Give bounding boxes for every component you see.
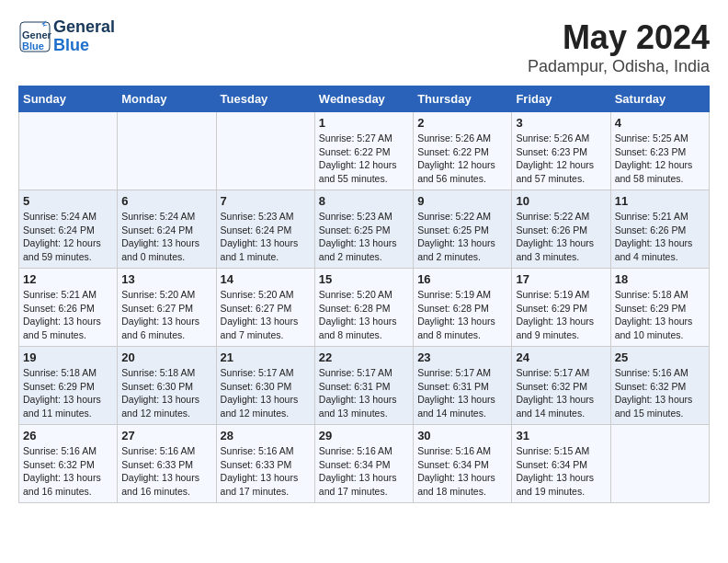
day-number: 26 [23,429,113,442]
day-number: 14 [221,272,311,286]
calendar-cell: 31Sunrise: 5:15 AM Sunset: 6:34 PM Dayli… [512,425,610,503]
cell-info: Sunrise: 5:19 AM Sunset: 6:29 PM Dayligh… [516,288,606,342]
logo-line2: Blue [53,37,115,55]
calendar-cell: 23Sunrise: 5:17 AM Sunset: 6:31 PM Dayli… [414,347,512,425]
day-number: 31 [516,429,606,442]
day-number: 27 [121,429,211,442]
cell-info: Sunrise: 5:16 AM Sunset: 6:33 PM Dayligh… [121,444,211,499]
calendar-cell [610,425,709,503]
day-number: 1 [319,116,409,130]
calendar-cell: 3Sunrise: 5:26 AM Sunset: 6:23 PM Daylig… [512,112,610,190]
cell-info: Sunrise: 5:16 AM Sunset: 6:33 PM Dayligh… [221,444,311,499]
header-friday: Friday [512,86,610,112]
day-number: 20 [121,350,211,364]
calendar-cell: 8Sunrise: 5:23 AM Sunset: 6:25 PM Daylig… [314,190,413,269]
day-number: 6 [121,194,211,208]
day-number: 19 [23,350,113,364]
cell-info: Sunrise: 5:24 AM Sunset: 6:24 PM Dayligh… [121,210,211,264]
week-row-2: 5Sunrise: 5:24 AM Sunset: 6:24 PM Daylig… [19,190,710,269]
logo: General Blue General Blue [18,18,115,55]
calendar-cell: 19Sunrise: 5:18 AM Sunset: 6:29 PM Dayli… [19,347,118,425]
day-number: 21 [221,350,311,364]
cell-info: Sunrise: 5:21 AM Sunset: 6:26 PM Dayligh… [23,288,113,342]
calendar-cell: 5Sunrise: 5:24 AM Sunset: 6:24 PM Daylig… [19,190,118,269]
day-number: 28 [221,429,311,442]
calendar-cell [216,112,314,190]
header-monday: Monday [118,86,216,112]
header-tuesday: Tuesday [216,86,314,112]
day-number: 3 [516,116,606,130]
calendar-cell: 4Sunrise: 5:25 AM Sunset: 6:23 PM Daylig… [610,112,709,190]
logo-line1: General [53,18,115,37]
header-thursday: Thursday [414,86,512,112]
day-number: 8 [319,194,409,208]
day-number: 23 [417,350,507,364]
day-number: 5 [23,194,113,208]
calendar-header-row: SundayMondayTuesdayWednesdayThursdayFrid… [19,86,710,112]
day-number: 17 [516,272,606,286]
cell-info: Sunrise: 5:18 AM Sunset: 6:29 PM Dayligh… [615,288,705,342]
title-block: May 2024 Padampur, Odisha, India [528,18,710,76]
cell-info: Sunrise: 5:24 AM Sunset: 6:24 PM Dayligh… [23,210,113,264]
day-number: 11 [615,194,705,208]
svg-text:General: General [22,29,51,40]
calendar-cell: 11Sunrise: 5:21 AM Sunset: 6:26 PM Dayli… [610,190,709,269]
day-number: 7 [221,194,311,208]
calendar-cell: 17Sunrise: 5:19 AM Sunset: 6:29 PM Dayli… [512,269,610,347]
calendar-cell: 9Sunrise: 5:22 AM Sunset: 6:25 PM Daylig… [414,190,512,269]
calendar-cell: 25Sunrise: 5:16 AM Sunset: 6:32 PM Dayli… [610,347,709,425]
week-row-1: 1Sunrise: 5:27 AM Sunset: 6:22 PM Daylig… [19,112,710,190]
day-number: 25 [615,350,705,364]
calendar-cell: 16Sunrise: 5:19 AM Sunset: 6:28 PM Dayli… [414,269,512,347]
week-row-3: 12Sunrise: 5:21 AM Sunset: 6:26 PM Dayli… [19,269,710,347]
cell-info: Sunrise: 5:22 AM Sunset: 6:26 PM Dayligh… [516,210,606,264]
cell-info: Sunrise: 5:17 AM Sunset: 6:32 PM Dayligh… [516,366,606,420]
calendar-cell: 10Sunrise: 5:22 AM Sunset: 6:26 PM Dayli… [512,190,610,269]
cell-info: Sunrise: 5:23 AM Sunset: 6:25 PM Dayligh… [319,210,409,264]
cell-info: Sunrise: 5:21 AM Sunset: 6:26 PM Dayligh… [615,210,705,264]
day-number: 2 [417,116,507,130]
day-number: 16 [417,272,507,286]
cell-info: Sunrise: 5:25 AM Sunset: 6:23 PM Dayligh… [615,132,705,186]
cell-info: Sunrise: 5:23 AM Sunset: 6:24 PM Dayligh… [221,210,311,264]
day-number: 18 [615,272,705,286]
logo-icon: General Blue [18,20,51,53]
page-header: General Blue General Blue May 2024 Padam… [18,18,710,76]
calendar-cell: 12Sunrise: 5:21 AM Sunset: 6:26 PM Dayli… [19,269,118,347]
calendar-cell: 13Sunrise: 5:20 AM Sunset: 6:27 PM Dayli… [118,269,216,347]
calendar-cell: 6Sunrise: 5:24 AM Sunset: 6:24 PM Daylig… [118,190,216,269]
day-number: 10 [516,194,606,208]
day-number: 12 [23,272,113,286]
calendar-subtitle: Padampur, Odisha, India [528,57,710,76]
calendar-cell: 15Sunrise: 5:20 AM Sunset: 6:28 PM Dayli… [314,269,413,347]
calendar-cell: 14Sunrise: 5:20 AM Sunset: 6:27 PM Dayli… [216,269,314,347]
cell-info: Sunrise: 5:20 AM Sunset: 6:27 PM Dayligh… [121,288,211,342]
week-row-4: 19Sunrise: 5:18 AM Sunset: 6:29 PM Dayli… [19,347,710,425]
calendar-cell: 18Sunrise: 5:18 AM Sunset: 6:29 PM Dayli… [610,269,709,347]
calendar-cell: 26Sunrise: 5:16 AM Sunset: 6:32 PM Dayli… [19,425,118,503]
header-wednesday: Wednesday [314,86,413,112]
cell-info: Sunrise: 5:19 AM Sunset: 6:28 PM Dayligh… [417,288,507,342]
day-number: 24 [516,350,606,364]
cell-info: Sunrise: 5:15 AM Sunset: 6:34 PM Dayligh… [516,444,606,499]
calendar-cell: 28Sunrise: 5:16 AM Sunset: 6:33 PM Dayli… [216,425,314,503]
day-number: 29 [319,429,409,442]
cell-info: Sunrise: 5:16 AM Sunset: 6:32 PM Dayligh… [23,444,113,499]
calendar-table: SundayMondayTuesdayWednesdayThursdayFrid… [18,86,710,503]
cell-info: Sunrise: 5:16 AM Sunset: 6:32 PM Dayligh… [615,366,705,420]
week-row-5: 26Sunrise: 5:16 AM Sunset: 6:32 PM Dayli… [19,425,710,503]
cell-info: Sunrise: 5:26 AM Sunset: 6:22 PM Dayligh… [417,132,507,186]
cell-info: Sunrise: 5:20 AM Sunset: 6:28 PM Dayligh… [319,288,409,342]
cell-info: Sunrise: 5:17 AM Sunset: 6:30 PM Dayligh… [221,366,311,420]
svg-text:Blue: Blue [22,40,44,52]
cell-info: Sunrise: 5:18 AM Sunset: 6:30 PM Dayligh… [121,366,211,420]
cell-info: Sunrise: 5:17 AM Sunset: 6:31 PM Dayligh… [319,366,409,420]
cell-info: Sunrise: 5:20 AM Sunset: 6:27 PM Dayligh… [221,288,311,342]
calendar-cell: 29Sunrise: 5:16 AM Sunset: 6:34 PM Dayli… [314,425,413,503]
calendar-cell: 20Sunrise: 5:18 AM Sunset: 6:30 PM Dayli… [118,347,216,425]
day-number: 30 [417,429,507,442]
calendar-cell: 22Sunrise: 5:17 AM Sunset: 6:31 PM Dayli… [314,347,413,425]
cell-info: Sunrise: 5:16 AM Sunset: 6:34 PM Dayligh… [417,444,507,499]
calendar-title: May 2024 [528,18,710,57]
day-number: 9 [417,194,507,208]
